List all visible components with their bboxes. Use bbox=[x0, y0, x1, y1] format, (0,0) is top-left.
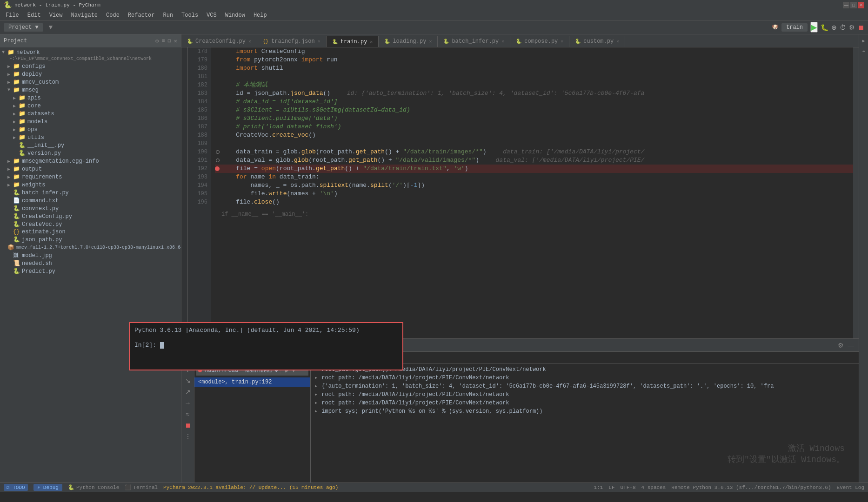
debug-status-button[interactable]: ⚡ Debug bbox=[33, 484, 62, 491]
tab-close-loading[interactable]: ✕ bbox=[429, 39, 432, 44]
indent-spaces[interactable]: 4 spaces bbox=[641, 485, 666, 490]
project-close-icon[interactable]: ✕ bbox=[174, 38, 177, 45]
encoding[interactable]: UTF-8 bbox=[620, 485, 635, 490]
project-settings-icon[interactable]: ⚙ bbox=[155, 38, 159, 45]
tree-item-needed-sh[interactable]: 📜needed.sh bbox=[0, 259, 181, 267]
code-line-180: import shutil bbox=[215, 64, 853, 73]
project-gear-icon[interactable]: ≡ bbox=[161, 38, 165, 45]
python-console-popup[interactable]: Python 3.6.13 |Anaconda, Inc.| (default,… bbox=[129, 322, 403, 370]
close-button[interactable]: ✕ bbox=[858, 2, 864, 8]
code-editor[interactable]: 178179180181182 183184185186187 18818919… bbox=[181, 47, 859, 338]
tree-item-weights[interactable]: ▶📁weights bbox=[0, 181, 181, 189]
settings-button[interactable]: ⚙ bbox=[849, 24, 855, 31]
right-icon-2[interactable]: ☁ bbox=[861, 46, 866, 55]
tree-item-apis[interactable]: ▶📁apis bbox=[0, 94, 181, 102]
menu-file[interactable]: File bbox=[2, 11, 23, 20]
tree-item-init-py[interactable]: 🐍__init__.py bbox=[0, 141, 181, 149]
tree-item-deploy[interactable]: ▶📁deploy bbox=[0, 70, 181, 78]
tree-item-createvoc[interactable]: 🐍CreateVoc.py bbox=[0, 220, 181, 228]
evaluate-button[interactable]: ≈ bbox=[185, 410, 191, 419]
tab-batch-infer[interactable]: 🐍 batch_infer.py ✕ bbox=[438, 36, 510, 47]
maximize-button[interactable]: □ bbox=[850, 2, 857, 8]
tree-item-mmseg[interactable]: ▼📁mmseg bbox=[0, 86, 181, 94]
run-button[interactable]: ▶ bbox=[810, 22, 818, 33]
tab-createconfig[interactable]: 🐍 CreateConfig.py ✕ bbox=[181, 36, 257, 47]
tree-item-models[interactable]: ▶📁models bbox=[0, 118, 181, 126]
python-prompt[interactable]: In[2]: bbox=[134, 341, 398, 350]
menu-navigate[interactable]: Navigate bbox=[67, 11, 101, 20]
python-console-button[interactable]: 🐍 Python Console bbox=[68, 484, 119, 490]
tab-close-batch-infer[interactable]: ✕ bbox=[501, 39, 504, 44]
tree-item-datasets[interactable]: ▶📁datasets bbox=[0, 110, 181, 118]
project-collapse-icon[interactable]: ⊟ bbox=[168, 38, 171, 45]
menu-tools[interactable]: Tools bbox=[178, 11, 202, 20]
menu-code[interactable]: Code bbox=[102, 11, 123, 20]
tree-item-ops[interactable]: ▶📁ops bbox=[0, 126, 181, 133]
tree-item-configs[interactable]: ▶📁configs bbox=[0, 62, 181, 70]
tree-item-output[interactable]: ▶📁output bbox=[0, 165, 181, 173]
tree-item-whl[interactable]: 📦mmcv_full-1.2.7+torch1.7.0+cu110-cp38-c… bbox=[0, 244, 181, 251]
tree-item-command[interactable]: 📄command.txt bbox=[0, 197, 181, 205]
debug-toolbar: ⚙ — bbox=[833, 341, 859, 350]
stop-debug-button[interactable]: ⏹ bbox=[184, 421, 192, 430]
code-content[interactable]: import CreateConfig from pytorch2onnx im… bbox=[211, 47, 853, 338]
tab-traincfg[interactable]: {} traincfg.json ✕ bbox=[257, 36, 327, 47]
minimize-button[interactable]: — bbox=[843, 2, 849, 8]
more-debug-button[interactable]: ⋮ bbox=[184, 432, 192, 441]
tab-train[interactable]: 🐍 train.py ✕ bbox=[327, 36, 379, 47]
tree-item-predict[interactable]: 🐍Predict.py bbox=[0, 267, 181, 275]
menu-vcs[interactable]: VCS bbox=[203, 11, 220, 20]
stop-button[interactable]: ⏹ bbox=[858, 24, 864, 31]
tab-compose[interactable]: 🐍 compose.py ✕ bbox=[510, 36, 569, 47]
tree-item-model-jpg[interactable]: 🖼model.jpg bbox=[0, 251, 181, 259]
menu-refactor[interactable]: Refactor bbox=[124, 11, 159, 20]
event-log-button[interactable]: Event Log bbox=[837, 485, 864, 490]
img-file-icon: 🖼 bbox=[13, 252, 20, 259]
terminal-button[interactable]: ⬛ Terminal bbox=[125, 484, 158, 490]
tree-item-egg-info[interactable]: ▶📁mmsegmentation.egg-info bbox=[0, 157, 181, 165]
run-config-name[interactable]: train bbox=[781, 23, 808, 32]
tree-item-createconfig[interactable]: 🐍CreateConfig.py bbox=[0, 212, 181, 220]
menu-view[interactable]: View bbox=[46, 11, 67, 20]
tree-item-convnext[interactable]: 🐍convnext.py bbox=[0, 205, 181, 212]
python-interpreter[interactable]: Remote Python 3.6.13 (sf.../torchN1.7/bi… bbox=[671, 485, 831, 490]
tab-loading[interactable]: 🐍 loading.py ✕ bbox=[379, 36, 438, 47]
coverage-button[interactable]: ⊕ bbox=[831, 24, 837, 31]
code-line-193: for name in data_train: bbox=[215, 173, 853, 181]
menu-edit[interactable]: Edit bbox=[24, 11, 45, 20]
console-arrow-icon: ▸ bbox=[314, 390, 318, 399]
step-into-button[interactable]: ↘ bbox=[184, 376, 192, 385]
tree-item-utils[interactable]: ▶📁utils bbox=[0, 133, 181, 141]
tab-close-createconfig[interactable]: ✕ bbox=[248, 39, 251, 44]
tree-item-requirements[interactable]: ▶📁requirements bbox=[0, 173, 181, 181]
tab-close-traincfg[interactable]: ✕ bbox=[318, 39, 320, 44]
tree-item-version-py[interactable]: 🐍version.py bbox=[0, 149, 181, 157]
tab-close-custom[interactable]: ✕ bbox=[616, 39, 619, 44]
debug-minimize-button[interactable]: — bbox=[847, 341, 855, 350]
project-dropdown[interactable]: Project ▼ bbox=[4, 23, 43, 32]
menu-help[interactable]: Help bbox=[250, 11, 271, 20]
right-scrollbar[interactable] bbox=[853, 47, 859, 338]
menu-window[interactable]: Window bbox=[221, 11, 249, 20]
tree-item-mmcv-custom[interactable]: ▶📁mmcv_custom bbox=[0, 78, 181, 86]
project-root-item[interactable]: ▼ 📁 network bbox=[0, 48, 181, 56]
stack-frame-module[interactable]: <module>, train.py:192 bbox=[194, 377, 310, 387]
tree-item-batch-infer[interactable]: 🐍batch_infer.py bbox=[0, 189, 181, 197]
tab-custom[interactable]: 🐍 custom.py ✕ bbox=[569, 36, 625, 47]
menu-run[interactable]: Run bbox=[159, 11, 177, 20]
step-out-button[interactable]: ↗ bbox=[184, 387, 192, 396]
right-icon-1[interactable]: ▶ bbox=[861, 36, 866, 46]
tree-item-json-path[interactable]: 🐍json_path.py bbox=[0, 236, 181, 244]
profile-button[interactable]: ⏱ bbox=[840, 24, 846, 31]
todo-button[interactable]: ☑ TODO bbox=[4, 484, 28, 491]
tab-close-compose[interactable]: ✕ bbox=[561, 39, 563, 44]
window-controls[interactable]: — □ ✕ bbox=[843, 2, 864, 8]
debug-settings-button[interactable]: ⚙ bbox=[837, 341, 845, 350]
line-endings[interactable]: LF bbox=[608, 485, 614, 490]
tree-item-estimate-json[interactable]: {}estimate.json bbox=[0, 228, 181, 236]
run-to-cursor-button[interactable]: → bbox=[184, 398, 192, 408]
debug-run-button[interactable]: 🐛 bbox=[821, 24, 828, 31]
tab-close-train[interactable]: ✕ bbox=[370, 39, 373, 45]
update-notification[interactable]: PyCharm 2022.3.1 available: // Update...… bbox=[163, 485, 338, 490]
tree-item-core[interactable]: ▶📁core bbox=[0, 102, 181, 110]
